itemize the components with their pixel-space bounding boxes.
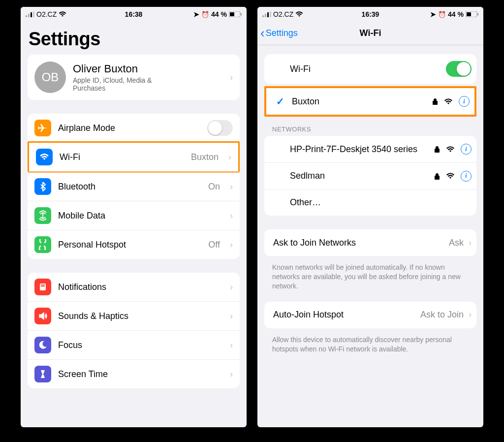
settings-row-screentime[interactable]: Screen Time› — [28, 359, 240, 388]
row-label: Bluetooth — [58, 182, 201, 192]
settings-row-bluetooth[interactable]: BluetoothOn› — [28, 172, 240, 201]
networks-card: HP-Print-7F-Deskjet 3540 seriesiSedlmani… — [264, 136, 476, 216]
row-label: Wi-Fi — [60, 152, 184, 162]
settings-row-hotspot[interactable]: Personal HotspotOff› — [28, 230, 240, 259]
info-button[interactable]: i — [461, 144, 472, 155]
battery-icon — [466, 11, 478, 17]
svg-rect-0 — [26, 15, 27, 17]
checkmark-icon: ✓ — [276, 95, 284, 107]
svg-rect-6 — [241, 13, 242, 16]
svg-rect-2 — [31, 12, 32, 17]
row-value: Buxton — [191, 152, 219, 162]
network-row[interactable]: Sedlmani — [264, 162, 476, 189]
settings-screen: O2.CZ 16:38 ➤ ⏰ 44 % Settings OB Oliver … — [21, 7, 247, 427]
row-label: Focus — [58, 340, 223, 350]
wifi-strength-icon — [446, 146, 455, 153]
chevron-right-icon: › — [230, 340, 233, 350]
wifi-screen: O2.CZ 16:39 ➤ ⏰ 44 % ‹ Settings Wi-Fi Wi… — [257, 7, 483, 427]
wifi-icon — [59, 11, 66, 17]
settings-group-connectivity: Airplane ModeWi-FiBuxton›BluetoothOn›Mob… — [28, 114, 240, 259]
battery-icon — [229, 11, 242, 17]
status-bar: O2.CZ 16:39 ➤ ⏰ 44 % — [257, 7, 483, 22]
mobiledata-icon — [34, 207, 51, 224]
svg-rect-10 — [262, 15, 264, 17]
alarm-icon: ⏰ — [201, 11, 209, 18]
connected-network-name: Buxton — [292, 96, 427, 107]
settings-row-airplane[interactable]: Airplane Mode — [28, 114, 240, 142]
auto-hotspot-value: Ask to Join — [420, 310, 464, 320]
wifi-toggle[interactable] — [446, 61, 472, 77]
network-row[interactable]: HP-Print-7F-Deskjet 3540 seriesi — [264, 136, 476, 162]
settings-group-notifications: Notifications›Sounds & Haptics›Focus›Scr… — [28, 273, 240, 388]
connected-network-highlight: ✓ Buxton i — [264, 86, 476, 117]
wifi-strength-icon — [444, 98, 453, 105]
row-label: Airplane Mode — [58, 123, 200, 133]
chevron-right-icon: › — [228, 152, 231, 162]
battery-pct: 44 % — [448, 10, 464, 18]
chevron-right-icon: › — [230, 311, 233, 321]
location-icon: ➤ — [193, 10, 199, 18]
alarm-icon: ⏰ — [438, 11, 446, 18]
profile-card[interactable]: OB Oliver Buxton Apple ID, iCloud, Media… — [28, 55, 240, 100]
wifi-icon — [36, 149, 53, 165]
hotspot-icon — [34, 236, 51, 253]
info-button[interactable]: i — [459, 96, 470, 107]
ask-join-label: Ask to Join Networks — [273, 237, 444, 249]
profile-name: Oliver Buxton — [73, 63, 186, 75]
chevron-right-icon: › — [469, 310, 472, 320]
carrier-label: O2.CZ — [36, 10, 57, 18]
svg-rect-15 — [467, 12, 471, 16]
ask-join-card[interactable]: Ask to Join Networks Ask › — [264, 229, 476, 256]
settings-row-sounds[interactable]: Sounds & Haptics› — [28, 301, 240, 330]
screentime-icon — [34, 366, 51, 382]
settings-row-notifications[interactable]: Notifications› — [28, 273, 240, 301]
location-icon: ➤ — [430, 10, 436, 18]
row-label: Personal Hotspot — [58, 240, 201, 250]
wifi-toggle-card: Wi-Fi — [264, 54, 476, 84]
other-network-row[interactable]: Other… — [264, 189, 476, 216]
auto-hotspot-label: Auto-Join Hotspot — [273, 309, 415, 320]
svg-rect-12 — [267, 12, 269, 17]
wifi-icon — [295, 11, 303, 17]
settings-row-mobiledata[interactable]: Mobile Data› — [28, 201, 240, 230]
wifi-label: Wi-Fi — [290, 63, 441, 75]
wifi-strength-icon — [446, 173, 455, 179]
svg-rect-5 — [230, 12, 234, 16]
ask-join-value: Ask — [449, 238, 464, 248]
svg-rect-3 — [33, 11, 34, 17]
auto-hotspot-card[interactable]: Auto-Join Hotspot Ask to Join › — [264, 302, 476, 328]
connected-network-row[interactable]: ✓ Buxton i — [266, 88, 474, 115]
airplane-icon — [34, 120, 51, 136]
airplane-toggle[interactable] — [207, 120, 233, 136]
chevron-right-icon: › — [230, 240, 233, 250]
notifications-icon — [34, 279, 51, 295]
svg-rect-16 — [477, 13, 478, 16]
chevron-right-icon: › — [230, 211, 233, 221]
networks-header: NETWORKS — [272, 126, 469, 133]
signal-icon — [262, 11, 271, 17]
row-label: Screen Time — [58, 369, 223, 379]
signal-icon — [26, 11, 34, 17]
network-name: HP-Print-7F-Deskjet 3540 series — [290, 144, 429, 155]
chevron-left-icon: ‹ — [260, 26, 265, 41]
back-label: Settings — [266, 28, 298, 38]
settings-row-wifi[interactable]: Wi-FiBuxton› — [28, 141, 240, 173]
svg-rect-1 — [28, 14, 30, 17]
back-button[interactable]: ‹ Settings — [260, 26, 298, 41]
carrier-label: O2.CZ — [273, 10, 293, 18]
chevron-right-icon: › — [230, 369, 233, 379]
lock-icon — [432, 98, 438, 105]
battery-pct: 44 % — [211, 10, 227, 18]
settings-row-focus[interactable]: Focus› — [28, 330, 240, 359]
row-value: Off — [208, 240, 220, 250]
ask-join-footer: Known networks will be joined automatica… — [272, 263, 469, 291]
info-button[interactable]: i — [461, 171, 472, 182]
lock-icon — [434, 173, 440, 180]
svg-rect-9 — [41, 286, 45, 287]
sounds-icon — [34, 308, 51, 324]
svg-rect-8 — [41, 284, 45, 285]
page-title: Settings — [29, 29, 239, 50]
avatar: OB — [34, 62, 66, 93]
svg-rect-11 — [265, 14, 266, 17]
svg-rect-13 — [270, 11, 271, 17]
